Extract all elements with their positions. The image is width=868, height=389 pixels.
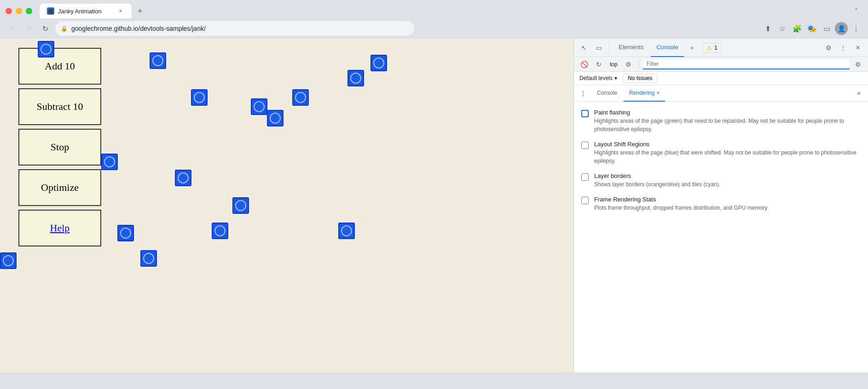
frame-rendering-option: Frame Rendering Stats Plots frame throug… (581, 196, 861, 212)
page-content: Add 10 Subtract 10 Stop Optimize Help (0, 39, 573, 372)
paint-flashing-desc: Highlights areas of the page (green) tha… (594, 117, 861, 133)
paint-flashing-option: Paint flashing Highlights areas of the p… (581, 109, 861, 133)
panel-close-button[interactable]: × (853, 88, 864, 99)
forward-button[interactable]: → (22, 22, 35, 35)
browser-chrome: ⬛ Janky Animation × + ˅ ← → ↻ 🔒 googlech… (0, 0, 868, 39)
console-filter-input[interactable] (643, 59, 850, 69)
cast-button[interactable]: 🎭 (805, 22, 818, 35)
url-text: googlechrome.github.io/devtools-samples/… (71, 25, 409, 32)
preserve-log-button[interactable]: ↻ (592, 58, 605, 71)
levels-bar: Default levels ▾ No Issues (574, 72, 868, 85)
animated-square (251, 98, 267, 115)
add10-button[interactable]: Add 10 (18, 48, 101, 85)
rendering-tab-close[interactable]: × (656, 90, 660, 96)
layout-shift-title: Layout Shift Regions (594, 141, 861, 148)
frame-rendering-title: Frame Rendering Stats (594, 196, 769, 203)
frame-rendering-checkbox[interactable] (581, 197, 589, 204)
devtools-panel-tabs: ⋮ Console Rendering × × (574, 85, 868, 102)
animated-square (38, 41, 54, 57)
animated-square (232, 197, 249, 214)
layer-borders-title: Layer borders (594, 172, 720, 179)
layout-shift-text: Layout Shift Regions Highlights areas of… (594, 141, 861, 165)
chevron-down-icon: ▾ (614, 75, 617, 81)
tab-title: Janky Animation (58, 8, 113, 15)
panel-more-button[interactable]: ⋮ (578, 85, 589, 102)
elements-tab[interactable]: Elements (613, 39, 649, 57)
subtract10-button[interactable]: Subtract 10 (18, 88, 101, 125)
animated-square (175, 170, 191, 186)
window-minimize-button[interactable] (16, 8, 22, 14)
tab-close-button[interactable]: × (117, 7, 124, 15)
extensions-button[interactable]: 🧩 (791, 22, 804, 35)
back-button[interactable]: ← (6, 22, 18, 35)
devtools-filter-toolbar: 🚫 ↻ top ⚙ ⚙ (574, 57, 868, 72)
animated-square (292, 89, 309, 106)
animated-square (191, 89, 208, 106)
console-panel-tab[interactable]: Console (591, 85, 623, 102)
devtools-panel: ↖ ▭ Elements Console » ⚠ 1 ⚙ ⋮ × 🚫 ↻ top… (573, 39, 868, 372)
toolbar-separator (609, 43, 609, 52)
device-toolbar-button[interactable]: ▭ (592, 41, 605, 54)
console-settings-button[interactable]: ⚙ (622, 58, 635, 71)
frame-rendering-text: Frame Rendering Stats Plots frame throug… (594, 196, 769, 212)
more-options-button[interactable]: ⋮ (837, 41, 850, 54)
stop-button[interactable]: Stop (18, 129, 101, 166)
animated-square (140, 250, 157, 267)
menu-button[interactable]: ⋮ (850, 22, 862, 35)
no-issues-button[interactable]: No Issues (623, 74, 657, 83)
paint-flashing-title: Paint flashing (594, 109, 861, 116)
filter-separator (639, 60, 639, 69)
bookmark-button[interactable]: ☆ (776, 22, 789, 35)
rendering-tab-label: Rendering (629, 90, 654, 96)
title-bar: ⬛ Janky Animation × + ˅ (0, 0, 868, 18)
layer-borders-checkbox[interactable] (581, 173, 589, 181)
layout-shift-desc: Highlights areas of the page (blue) that… (594, 149, 861, 165)
devtools-close-button[interactable]: × (851, 41, 864, 54)
lock-icon: 🔒 (61, 25, 68, 32)
refresh-button[interactable]: ↻ (39, 22, 52, 35)
tab-favicon: ⬛ (47, 7, 54, 15)
animated-square (370, 55, 387, 71)
animated-square (117, 225, 134, 241)
devtools-rendering-content: Paint flashing Highlights areas of the p… (574, 102, 868, 372)
filter-options-button[interactable]: ⚙ (851, 58, 864, 71)
new-tab-button[interactable]: + (133, 5, 146, 17)
tab-dropdown-button[interactable]: ˅ (850, 5, 862, 17)
animated-square (212, 223, 228, 239)
more-tabs-button[interactable]: » (686, 41, 699, 54)
sidebar-button[interactable]: ▭ (820, 22, 833, 35)
default-levels-label: Default levels (579, 75, 613, 81)
optimize-button[interactable]: Optimize (18, 169, 101, 206)
console-tab[interactable]: Console (651, 39, 684, 57)
share-button[interactable]: ⬆ (761, 22, 774, 35)
warning-icon: ⚠ (706, 44, 712, 51)
window-controls (6, 8, 32, 14)
main-area: Add 10 Subtract 10 Stop Optimize Help ↖ … (0, 39, 868, 372)
animated-square (338, 223, 355, 239)
layout-shift-option: Layout Shift Regions Highlights areas of… (581, 141, 861, 165)
window-close-button[interactable] (6, 8, 12, 14)
window-maximize-button[interactable] (26, 8, 32, 14)
page-buttons: Add 10 Subtract 10 Stop Optimize Help (18, 48, 101, 246)
animated-square (101, 154, 118, 170)
frame-rendering-desc: Plots frame throughput, dropped frames d… (594, 204, 769, 212)
help-button[interactable]: Help (18, 210, 101, 246)
warning-badge[interactable]: ⚠ 1 (702, 43, 722, 53)
address-bar: ← → ↻ 🔒 googlechrome.github.io/devtools-… (0, 18, 868, 39)
profile-button[interactable]: 👤 (835, 22, 848, 35)
animated-square (347, 70, 364, 86)
layer-borders-text: Layer borders Shows layer borders (orang… (594, 172, 720, 189)
url-bar[interactable]: 🔒 googlechrome.github.io/devtools-sample… (55, 21, 414, 36)
default-levels-dropdown[interactable]: Default levels ▾ (579, 75, 617, 81)
rendering-panel-tab[interactable]: Rendering × (624, 85, 665, 102)
layer-borders-option: Layer borders Shows layer borders (orang… (581, 172, 861, 189)
layout-shift-checkbox[interactable] (581, 142, 589, 149)
paint-flashing-text: Paint flashing Highlights areas of the p… (594, 109, 861, 133)
paint-flashing-checkbox[interactable] (581, 110, 589, 117)
clear-console-button[interactable]: 🚫 (578, 58, 590, 71)
settings-button[interactable]: ⚙ (822, 41, 835, 54)
browser-tab-active[interactable]: ⬛ Janky Animation × (40, 4, 132, 18)
warning-count: 1 (714, 45, 718, 51)
inspect-element-button[interactable]: ↖ (578, 41, 590, 54)
context-selector[interactable]: top (607, 61, 620, 68)
